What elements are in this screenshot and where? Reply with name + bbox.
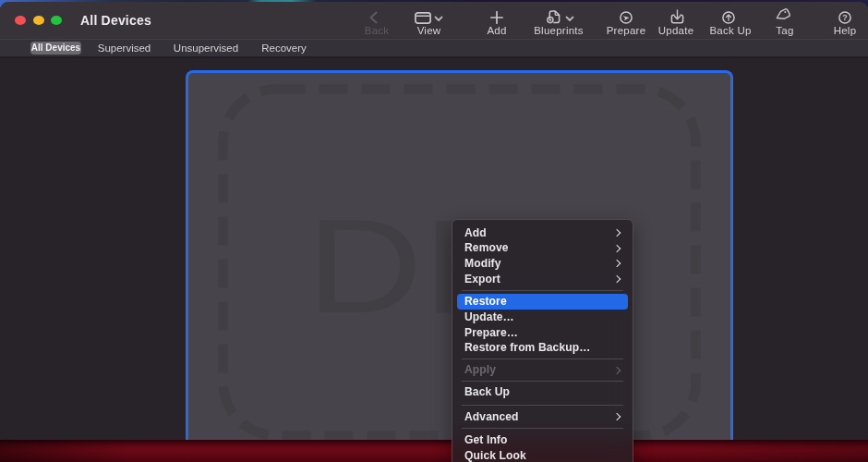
svg-text:?: ? [842,13,848,22]
